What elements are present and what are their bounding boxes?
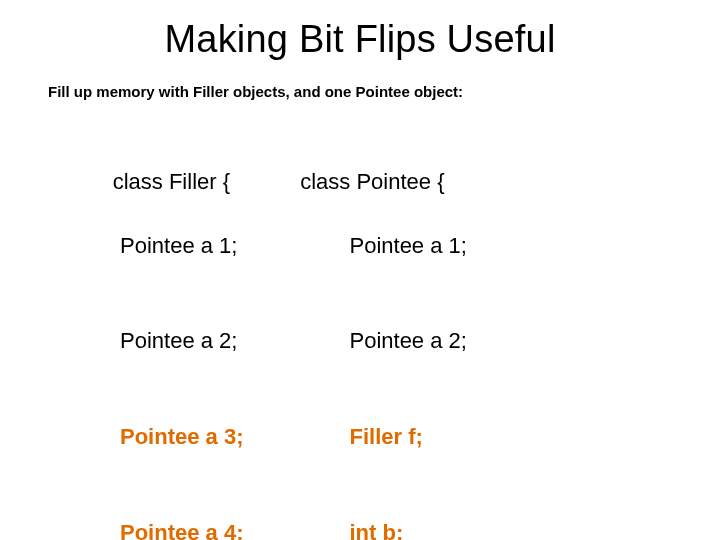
code-block-pointee: class Pointee { Pointee a 1; Pointee a 2… [263, 134, 466, 540]
code-line-highlight: int b; [263, 517, 466, 540]
code-line-highlight: Pointee a 4; [76, 517, 243, 540]
code-line-highlight: Filler f; [263, 421, 466, 453]
code-line-highlight: Pointee a 3; [76, 421, 243, 453]
code-columns: class Filler { Pointee a 1; Pointee a 2;… [48, 134, 672, 540]
code-line: class Pointee { [300, 169, 444, 194]
code-line: class Filler { [113, 169, 230, 194]
code-line: Pointee a 1; [263, 230, 466, 262]
code-line: Pointee a 2; [263, 325, 466, 357]
slide: Making Bit Flips Useful Fill up memory w… [0, 0, 720, 540]
code-block-filler: class Filler { Pointee a 1; Pointee a 2;… [76, 134, 243, 540]
code-line: Pointee a 2; [76, 325, 243, 357]
slide-subtitle: Fill up memory with Filler objects, and … [48, 83, 672, 100]
code-line: Pointee a 1; [76, 230, 243, 262]
slide-title: Making Bit Flips Useful [48, 18, 672, 61]
